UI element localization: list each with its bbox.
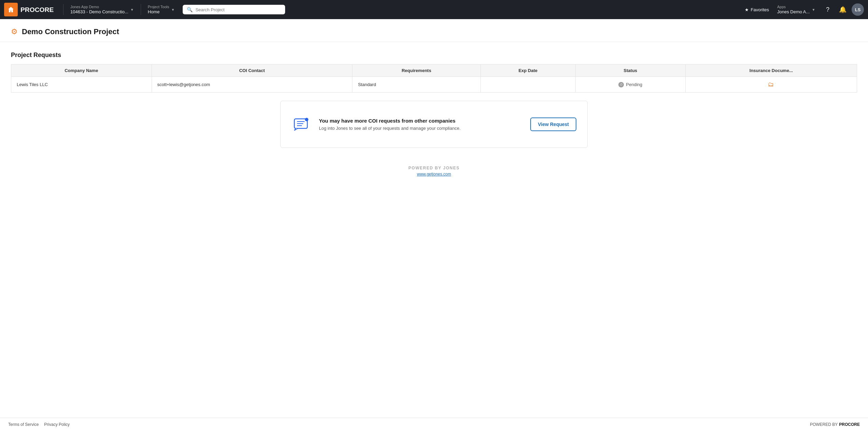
document-icon[interactable]: 🗂 [768, 81, 774, 88]
cell-company-name: Lewis Tiles LLC [11, 77, 152, 93]
cell-insurance-doc[interactable]: 🗂 [685, 77, 857, 93]
help-icon: ? [826, 6, 829, 13]
apps-selector[interactable]: Apps Jones Demo A... ▼ [774, 3, 819, 16]
status-pending: ⏱ Pending [581, 82, 680, 87]
col-exp-date: Exp Date [480, 65, 575, 77]
apps-value: Jones Demo A... [777, 9, 810, 15]
project-selector[interactable]: Jones App Demo 104633 - Demo Constructio… [68, 3, 137, 16]
project-info: Jones App Demo 104633 - Demo Constructio… [70, 5, 128, 15]
apps-label: Apps [777, 5, 810, 9]
project-selector-chevron: ▼ [130, 8, 134, 12]
home-button[interactable] [4, 3, 18, 16]
info-box-description: Log into Jones to see all of your reques… [319, 126, 522, 131]
content-area: Project Requests Company Name COI Contac… [0, 42, 868, 193]
info-box-text: You may have more COI requests from othe… [319, 118, 522, 131]
navbar: PROCORE Jones App Demo 104633 - Demo Con… [0, 0, 868, 19]
help-button[interactable]: ? [822, 3, 834, 16]
cell-requirements: Standard [352, 77, 480, 93]
col-coi-contact: COI Contact [152, 65, 352, 77]
star-icon: ★ [745, 7, 749, 12]
powered-by-label: POWERED BY JONES [18, 166, 850, 170]
privacy-policy-link[interactable]: Privacy Policy [44, 422, 70, 427]
svg-text:PROCORE: PROCORE [20, 6, 54, 13]
procore-logo: PROCORE [20, 5, 56, 14]
main-content: ⚙ Demo Construction Project Project Requ… [0, 19, 868, 418]
powered-by-jones: POWERED BY JONES www.getjones.com [11, 159, 857, 183]
avatar-initials: LS [855, 7, 861, 12]
search-icon: 🔍 [187, 7, 193, 12]
tools-selector-chevron: ▼ [171, 8, 175, 12]
requests-table: Company Name COI Contact Requirements Ex… [11, 64, 857, 93]
col-company-name: Company Name [11, 65, 152, 77]
footer-powered-by: POWERED BY PROCORE [810, 422, 860, 427]
search-container: 🔍 [183, 5, 285, 14]
settings-icon: ⚙ [11, 27, 18, 36]
info-box-title: You may have more COI requests from othe… [319, 118, 522, 124]
footer-powered-brand: PROCORE [839, 422, 860, 427]
apps-selector-chevron: ▼ [812, 8, 815, 12]
cell-coi-contact: scott+lewis@getjones.com [152, 77, 352, 93]
clock-icon: ⏱ [618, 82, 624, 87]
tools-value: Home [148, 9, 169, 15]
favorites-label: Favorites [751, 7, 769, 12]
favorites-button[interactable]: ★ Favorites [742, 6, 772, 14]
tools-info: Project Tools Home [148, 5, 169, 15]
terms-of-service-link[interactable]: Terms of Service [8, 422, 39, 427]
avatar[interactable]: LS [852, 3, 864, 16]
tools-label: Project Tools [148, 5, 169, 9]
chat-icon [292, 115, 311, 134]
footer: Terms of Service Privacy Policy POWERED … [0, 418, 868, 431]
col-requirements: Requirements [352, 65, 480, 77]
project-name: Jones App Demo [70, 5, 128, 9]
footer-powered-text: POWERED BY [810, 422, 838, 427]
page-title: Demo Construction Project [22, 27, 119, 36]
apps-info: Apps Jones Demo A... [777, 5, 810, 15]
col-insurance-doc: Insurance Docume... [685, 65, 857, 77]
svg-point-5 [305, 118, 308, 121]
info-box: You may have more COI requests from othe… [280, 101, 588, 148]
table-header-row: Company Name COI Contact Requirements Ex… [11, 65, 857, 77]
section-title: Project Requests [11, 52, 857, 59]
status-label: Pending [626, 82, 642, 87]
cell-status: ⏱ Pending [575, 77, 685, 93]
tools-selector[interactable]: Project Tools Home ▼ [145, 3, 178, 16]
nav-divider-2 [141, 4, 141, 15]
search-input[interactable] [195, 7, 281, 12]
jones-website-link[interactable]: www.getjones.com [18, 172, 850, 177]
notifications-button[interactable]: 🔔 [837, 3, 849, 16]
footer-links: Terms of Service Privacy Policy [8, 422, 70, 427]
col-status: Status [575, 65, 685, 77]
project-id: 104633 - Demo Constructio... [70, 9, 128, 15]
view-request-button[interactable]: View Request [530, 117, 576, 131]
table-row: Lewis Tiles LLC scott+lewis@getjones.com… [11, 77, 857, 93]
nav-divider-1 [63, 4, 64, 15]
cell-exp-date [480, 77, 575, 93]
bell-icon: 🔔 [839, 6, 846, 13]
page-header: ⚙ Demo Construction Project [0, 19, 868, 42]
